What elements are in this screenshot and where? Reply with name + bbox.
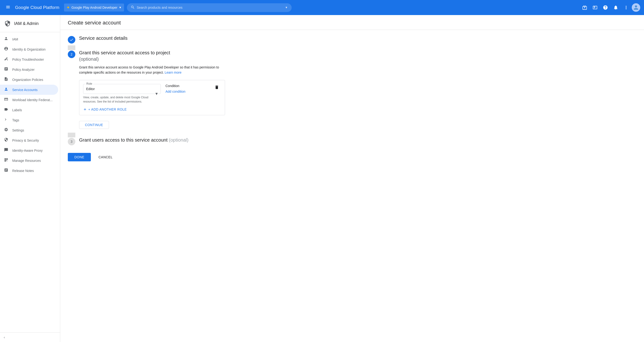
delete-role-button[interactable] [212, 83, 221, 93]
step3-circle: 3 [68, 138, 75, 145]
role-select-wrapper: Role Editor Owner Viewer Browser ▼ View,… [83, 84, 161, 104]
step1-circle [68, 36, 75, 43]
project-dot-icon: ✦ [66, 5, 70, 10]
iam-admin-icon [4, 20, 11, 27]
add-another-role-button[interactable]: + ADD ANOTHER ROLE [83, 107, 127, 111]
role-select[interactable]: Editor Owner Viewer Browser [83, 84, 161, 94]
content-area: Create service account Service account d… [60, 15, 644, 342]
learn-more-link[interactable]: Learn more [164, 70, 182, 74]
identity-org-icon [4, 46, 8, 52]
step2-content: Grant this service account access to pro… [79, 50, 636, 129]
sidebar-item-identity-aware-proxy[interactable]: Identity-Aware Proxy [0, 145, 58, 155]
policy-analyzer-icon [4, 67, 8, 72]
step-line-2 [68, 133, 75, 137]
service-accounts-icon [4, 87, 8, 92]
search-expand-icon: ▼ [285, 6, 288, 9]
topbar: Google Cloud Platform ✦ Google Play Andr… [0, 0, 644, 15]
sidebar-title: IAM & Admin [14, 21, 38, 26]
release-notes-label: Release Notes [12, 169, 34, 173]
search-bar[interactable]: ▼ [127, 3, 292, 12]
step-line [68, 45, 75, 50]
actions-row: DONE CANCEL [68, 153, 636, 169]
labels-icon [4, 107, 8, 113]
manage-resources-label: Manage Resources [12, 159, 41, 163]
step2-optional: (optional) [79, 56, 636, 62]
sidebar-item-org-policies[interactable]: Organization Policies [0, 74, 58, 85]
sidebar-item-labels[interactable]: Labels [0, 105, 58, 115]
sidebar-item-policy-troubleshooter[interactable]: Policy Troubleshooter [0, 54, 58, 64]
step2-title: Grant this service account access to pro… [79, 50, 636, 55]
policy-analyzer-label: Policy Analyzer [12, 68, 34, 71]
sidebar-item-service-accounts[interactable]: Service Accounts [0, 85, 58, 95]
avatar[interactable] [632, 3, 640, 12]
project-selector[interactable]: ✦ Google Play Android Developer ▼ [64, 3, 124, 11]
sidebar-collapse-button[interactable]: ‹ [0, 332, 60, 342]
continue-button[interactable]: CONTINUE [79, 121, 109, 129]
step2-body: Grant this service account access to Goo… [79, 65, 636, 129]
cloud-shell-icon-button[interactable] [590, 3, 600, 12]
sidebar-item-policy-analyzer[interactable]: Policy Analyzer [0, 64, 58, 74]
role-section: Role Editor Owner Viewer Browser ▼ View,… [79, 80, 225, 115]
settings-icon [4, 127, 8, 133]
labels-label: Labels [12, 108, 22, 112]
sidebar-item-identity-org[interactable]: Identity & Organization [0, 44, 58, 54]
step1-row: Service account details [68, 35, 636, 43]
gift-icon-button[interactable] [580, 3, 590, 12]
iam-icon [4, 36, 8, 42]
notifications-icon-button[interactable] [611, 3, 620, 12]
org-policies-label: Organization Policies [12, 78, 43, 82]
sidebar-item-iam[interactable]: IAM [0, 34, 58, 44]
role-description: View, create, update, and delete most Go… [83, 95, 161, 104]
iam-label: IAM [12, 37, 18, 41]
cancel-button[interactable]: CANCEL [94, 153, 116, 161]
search-input[interactable] [137, 6, 283, 9]
more-options-icon-button[interactable] [622, 3, 631, 12]
topbar-actions [580, 3, 640, 12]
step2-circle: 2 [68, 50, 75, 58]
privacy-security-icon [4, 138, 8, 143]
privacy-security-label: Privacy & Security [12, 139, 39, 142]
step3-row: 3 Grant users access to this service acc… [68, 137, 636, 145]
add-condition-link[interactable]: Add condition [166, 90, 186, 93]
step1-content: Service account details [79, 35, 636, 42]
done-button[interactable]: DONE [68, 153, 91, 161]
service-accounts-label: Service Accounts [12, 88, 38, 92]
step3-title: Grant users access to this service accou… [79, 137, 636, 143]
search-icon [131, 5, 135, 10]
sidebar: IAM & Admin IAM Identity & Orga [0, 15, 60, 342]
sidebar-item-workload-identity[interactable]: Workload Identity Federat... [0, 95, 58, 105]
identity-org-label: Identity & Organization [12, 47, 46, 51]
tags-label: Tags [12, 118, 19, 122]
step3-content: Grant users access to this service accou… [79, 137, 636, 144]
sidebar-item-tags[interactable]: Tags [0, 115, 58, 125]
role-select-label: Role [86, 82, 93, 85]
identity-aware-proxy-icon [4, 148, 8, 153]
project-dropdown-icon: ▼ [119, 6, 122, 9]
sidebar-item-manage-resources[interactable]: Manage Resources [0, 155, 58, 166]
policy-troubleshooter-label: Policy Troubleshooter [12, 58, 44, 61]
app-logo: Google Cloud Platform [15, 5, 59, 10]
step-line-spacer-2 [68, 133, 75, 137]
step3-optional: (optional) [169, 137, 188, 143]
step1-title: Service account details [79, 35, 636, 41]
sidebar-header: IAM & Admin [0, 15, 60, 32]
tags-icon [4, 117, 8, 123]
step2-description: Grant this service account access to Goo… [79, 65, 220, 75]
menu-icon[interactable] [4, 3, 12, 12]
step-line-spacer [68, 45, 75, 50]
add-another-role-label: + ADD ANOTHER ROLE [88, 107, 127, 111]
page-title: Create service account [68, 20, 636, 26]
sidebar-item-privacy-security[interactable]: Privacy & Security [0, 135, 58, 145]
steps-container: Service account details 2 Grant this ser… [60, 30, 644, 175]
help-icon-button[interactable] [601, 3, 610, 12]
collapse-icon: ‹ [4, 336, 5, 339]
step1-connector [68, 45, 636, 50]
org-policies-icon [4, 77, 8, 82]
sidebar-item-release-notes[interactable]: Release Notes [0, 166, 58, 176]
continue-section: CONTINUE [79, 121, 636, 129]
sidebar-item-settings[interactable]: Settings [0, 125, 58, 135]
condition-label: Condition [166, 84, 208, 88]
release-notes-icon [4, 168, 8, 173]
content-header: Create service account [60, 15, 644, 30]
sidebar-items: IAM Identity & Organization Policy [0, 32, 60, 332]
